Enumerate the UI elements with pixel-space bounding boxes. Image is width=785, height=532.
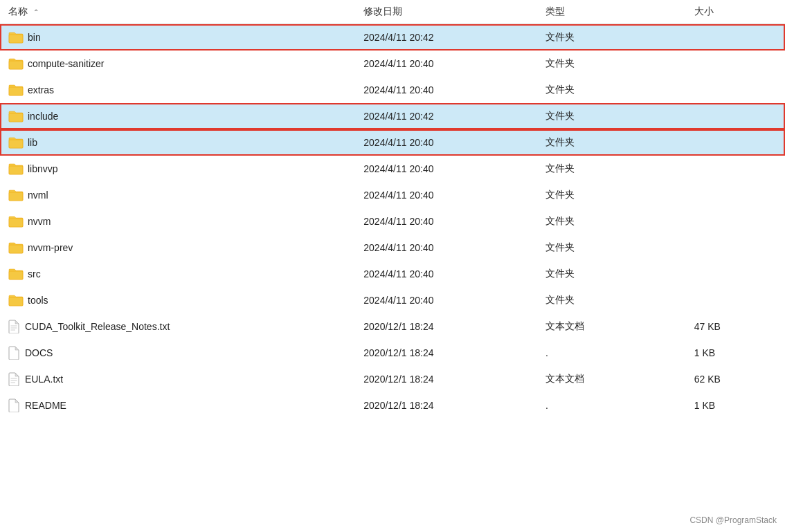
folder-icon	[8, 84, 22, 95]
file-size: 47 KB	[686, 313, 785, 340]
table-row[interactable]: bin 2024/4/11 20:42 文件夹	[0, 24, 785, 51]
file-date: 2020/12/1 18:24	[355, 340, 537, 366]
file-date: 2024/4/11 20:40	[355, 51, 537, 77]
file-size	[686, 261, 785, 287]
file-name-cell[interactable]: tools	[0, 287, 355, 313]
file-name: CUDA_Toolkit_Release_Notes.txt	[25, 321, 170, 332]
file-size	[686, 51, 785, 77]
file-size	[686, 156, 785, 182]
file-size	[686, 208, 785, 235]
table-header-row: 名称 ⌃ 修改日期 类型 大小	[0, 0, 785, 24]
file-name-cell[interactable]: include	[0, 103, 355, 129]
folder-icon	[8, 189, 22, 201]
file-date: 2024/4/11 20:40	[355, 156, 537, 182]
file-date: 2024/4/11 20:40	[355, 182, 537, 208]
file-name-cell[interactable]: nvvm	[0, 208, 355, 235]
table-row[interactable]: src 2024/4/11 20:40 文件夹	[0, 261, 785, 287]
table-row[interactable]: nvvm-prev 2024/4/11 20:40 文件夹	[0, 235, 785, 261]
file-name: src	[28, 268, 41, 279]
file-name-cell[interactable]: bin	[0, 24, 355, 51]
folder-icon	[8, 215, 22, 227]
file-size	[686, 103, 785, 129]
file-type: 文件夹	[537, 103, 686, 129]
file-size	[686, 182, 785, 208]
file-type: 文件夹	[537, 182, 686, 208]
table-row[interactable]: tools 2024/4/11 20:40 文件夹	[0, 287, 785, 313]
table-row[interactable]: DOCS 2020/12/1 18:24 . 1 KB	[0, 340, 785, 366]
table-row[interactable]: CUDA_Toolkit_Release_Notes.txt 2020/12/1…	[0, 313, 785, 340]
file-name-cell[interactable]: DOCS	[0, 340, 355, 366]
file-date: 2024/4/11 20:40	[355, 235, 537, 261]
file-name: extras	[28, 84, 54, 95]
file-type: 文件夹	[537, 51, 686, 77]
file-name-cell[interactable]: nvml	[0, 182, 355, 208]
file-date: 2024/4/11 20:40	[355, 261, 537, 287]
file-name-cell[interactable]: nvvm-prev	[0, 235, 355, 261]
file-date: 2024/4/11 20:40	[355, 129, 537, 156]
file-size	[686, 287, 785, 313]
file-size	[686, 235, 785, 261]
file-name-cell[interactable]: lib	[0, 129, 355, 156]
table-row[interactable]: nvml 2024/4/11 20:40 文件夹	[0, 182, 785, 208]
file-icon	[8, 398, 19, 412]
folder-icon	[8, 110, 22, 122]
folder-icon	[8, 136, 22, 148]
file-size	[686, 77, 785, 103]
sort-arrow-icon: ⌃	[33, 8, 39, 16]
file-date: 2020/12/1 18:24	[355, 366, 537, 392]
file-type: 文件夹	[537, 235, 686, 261]
file-date: 2024/4/11 20:40	[355, 77, 537, 103]
file-type: 文件夹	[537, 208, 686, 235]
file-name: tools	[28, 295, 48, 306]
file-name: compute-sanitizer	[28, 58, 105, 69]
file-type: 文本文档	[537, 313, 686, 340]
file-type: 文本文档	[537, 366, 686, 392]
file-type: 文件夹	[537, 24, 686, 51]
file-date: 2024/4/11 20:40	[355, 287, 537, 313]
file-name: README	[25, 400, 66, 411]
table-row[interactable]: include 2024/4/11 20:42 文件夹	[0, 103, 785, 129]
file-type: 文件夹	[537, 261, 686, 287]
table-row[interactable]: lib 2024/4/11 20:40 文件夹	[0, 129, 785, 156]
file-type: 文件夹	[537, 287, 686, 313]
file-name-cell[interactable]: src	[0, 261, 355, 287]
folder-icon	[8, 241, 22, 253]
file-name: nvml	[28, 190, 48, 201]
file-name: include	[28, 111, 58, 122]
file-name: nvvm	[28, 216, 51, 227]
file-size	[686, 24, 785, 51]
file-name: EULA.txt	[25, 374, 63, 385]
file-explorer-table: 名称 ⌃ 修改日期 类型 大小 bin 2024/4/11 20:42 文件夹	[0, 0, 785, 419]
table-row[interactable]: EULA.txt 2020/12/1 18:24 文本文档 62 KB	[0, 366, 785, 392]
file-type: 文件夹	[537, 129, 686, 156]
table-row[interactable]: libnvvp 2024/4/11 20:40 文件夹	[0, 156, 785, 182]
file-name-cell[interactable]: extras	[0, 77, 355, 103]
col-header-name[interactable]: 名称 ⌃	[0, 0, 355, 24]
file-size: 62 KB	[686, 366, 785, 392]
table-row[interactable]: README 2020/12/1 18:24 . 1 KB	[0, 392, 785, 419]
file-icon	[8, 320, 19, 333]
col-header-date[interactable]: 修改日期	[355, 0, 537, 24]
file-name: libnvvp	[28, 163, 58, 174]
folder-icon	[8, 294, 22, 306]
file-name: nvvm-prev	[28, 242, 73, 253]
table-row[interactable]: compute-sanitizer 2024/4/11 20:40 文件夹	[0, 51, 785, 77]
file-date: 2024/4/11 20:42	[355, 24, 537, 51]
file-name-cell[interactable]: CUDA_Toolkit_Release_Notes.txt	[0, 313, 355, 340]
file-name-cell[interactable]: compute-sanitizer	[0, 51, 355, 77]
folder-icon	[8, 163, 22, 174]
file-size	[686, 129, 785, 156]
col-header-type[interactable]: 类型	[537, 0, 686, 24]
file-type: 文件夹	[537, 77, 686, 103]
file-type: .	[537, 392, 686, 419]
file-name-cell[interactable]: libnvvp	[0, 156, 355, 182]
col-header-size[interactable]: 大小	[686, 0, 785, 24]
file-size: 1 KB	[686, 340, 785, 366]
file-date: 2020/12/1 18:24	[355, 313, 537, 340]
file-name-cell[interactable]: EULA.txt	[0, 366, 355, 392]
table-row[interactable]: nvvm 2024/4/11 20:40 文件夹	[0, 208, 785, 235]
file-icon	[8, 372, 19, 386]
table-row[interactable]: extras 2024/4/11 20:40 文件夹	[0, 77, 785, 103]
file-name-cell[interactable]: README	[0, 392, 355, 419]
file-name: bin	[28, 32, 41, 43]
